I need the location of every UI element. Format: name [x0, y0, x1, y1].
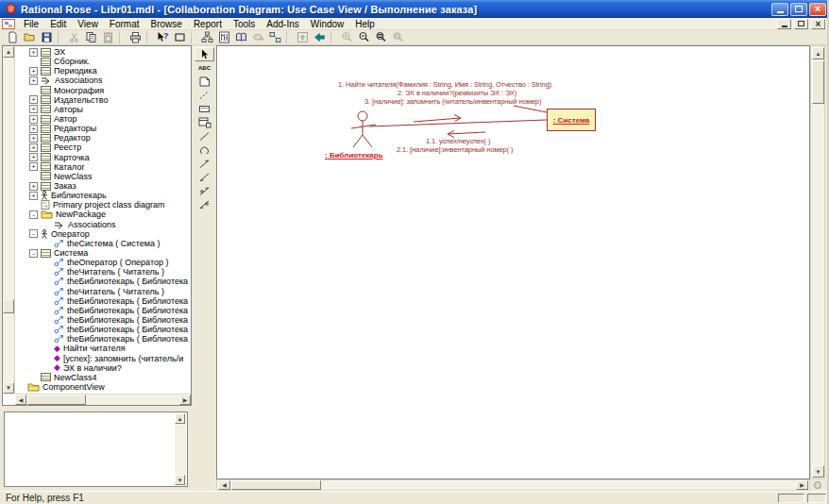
- tree-item-label[interactable]: ComponentView: [42, 382, 105, 392]
- tree-item[interactable]: theБиблиотекарь ( Библиотека: [16, 325, 190, 334]
- tree-item[interactable]: NewClass4: [16, 373, 190, 382]
- message-2-1[interactable]: 2.1. [наличие]:инвентарный номер( ): [397, 145, 513, 154]
- text-tool-button[interactable]: ABC: [195, 61, 214, 76]
- tree-item-label[interactable]: Primary project class diagram: [53, 200, 165, 210]
- new-model-button[interactable]: [4, 30, 21, 44]
- tree-item[interactable]: theБиблиотекарь ( Библиотека: [16, 334, 190, 344]
- selection-tool-button[interactable]: [195, 47, 214, 61]
- tree-item[interactable]: theЧитатель ( Читатель ): [16, 267, 190, 277]
- tree-vscroll-thumb[interactable]: [3, 299, 14, 313]
- tree-horizontal-scrollbar[interactable]: ◀ ▶: [15, 394, 191, 405]
- minimize-button[interactable]: [771, 3, 788, 16]
- tree-expander[interactable]: -: [29, 210, 38, 219]
- tree-item-label[interactable]: theОператор ( Оператор ): [67, 258, 168, 267]
- tree-item[interactable]: + Редакторы: [16, 124, 190, 133]
- tree-item[interactable]: + Заказ: [16, 181, 190, 191]
- tree-item-label[interactable]: Карточка: [54, 153, 90, 162]
- tree-item-label[interactable]: Associations: [55, 76, 103, 85]
- scroll-left-icon[interactable]: ◀: [15, 395, 26, 405]
- tree-item[interactable]: Associations: [16, 220, 190, 229]
- link-message-tool-button[interactable]: [195, 157, 214, 171]
- scroll-down-icon[interactable]: ▼: [3, 382, 14, 394]
- tree-item[interactable]: ComponentView: [16, 382, 190, 392]
- selection-rectangle-button[interactable]: [171, 30, 188, 44]
- tree-expander[interactable]: +: [29, 105, 38, 113]
- scroll-down-icon[interactable]: ▼: [175, 475, 185, 485]
- tree-item-label[interactable]: Оператор: [51, 229, 90, 239]
- scroll-up-icon[interactable]: ▲: [812, 47, 824, 59]
- link-tool-button[interactable]: [195, 129, 214, 143]
- tree-item-label[interactable]: theСистема ( Система ): [67, 239, 161, 248]
- tree-item-label[interactable]: Периодика: [54, 66, 97, 76]
- browse-interaction-diagram-button[interactable]: [215, 30, 232, 44]
- tree-expander[interactable]: +: [29, 76, 38, 85]
- tree-item-label[interactable]: theБиблиотекарь ( Библиотека: [67, 334, 188, 344]
- scroll-down-icon[interactable]: ▼: [812, 465, 824, 478]
- tree-item[interactable]: ◆ ЭХ в наличии?: [16, 363, 190, 373]
- tree-item[interactable]: + Карточка: [16, 153, 190, 162]
- tree-expander[interactable]: +: [29, 153, 38, 161]
- tree-item-label[interactable]: Библиотекарь: [51, 191, 107, 200]
- tree-item[interactable]: + ЭХ: [16, 47, 190, 57]
- browse-state-machine-button[interactable]: [249, 30, 266, 44]
- system-object-box[interactable]: : Система: [547, 109, 596, 131]
- tree-item[interactable]: - Оператор: [16, 229, 190, 239]
- menu-item[interactable]: Format: [104, 18, 145, 30]
- tree-item[interactable]: - NewPackage: [16, 210, 190, 219]
- actor-figure[interactable]: [351, 111, 376, 147]
- zoom-in-button[interactable]: [338, 30, 355, 44]
- menu-item[interactable]: Browse: [145, 18, 188, 30]
- tree-item-label[interactable]: Каталог: [54, 162, 85, 172]
- menu-item[interactable]: Help: [349, 18, 381, 30]
- object-tool-button[interactable]: [195, 102, 214, 116]
- menu-item[interactable]: File: [18, 18, 44, 30]
- tree-expander[interactable]: +: [29, 95, 38, 104]
- undo-fit-button[interactable]: [389, 30, 406, 44]
- data-token-tool-button[interactable]: [195, 184, 214, 198]
- actor-label[interactable]: : Библиотекарь: [325, 151, 383, 160]
- tree-item-label[interactable]: Заказ: [54, 181, 76, 191]
- system-object-label[interactable]: : Система: [553, 116, 590, 125]
- tree-item[interactable]: + Библиотекарь: [16, 191, 190, 200]
- tree-item[interactable]: + Реестр: [16, 143, 190, 152]
- tree-item-label[interactable]: Сборник.: [54, 57, 90, 66]
- context-help-button[interactable]: ?: [154, 30, 171, 44]
- print-button[interactable]: [127, 30, 144, 44]
- tree-item[interactable]: + Каталог: [16, 162, 190, 172]
- tree-expander[interactable]: +: [29, 192, 38, 200]
- tree-expander[interactable]: +: [29, 182, 38, 191]
- tree-item-label[interactable]: Associations: [68, 220, 116, 229]
- tree-item-label[interactable]: NewClass: [54, 172, 93, 181]
- tree-item[interactable]: + Редактор: [16, 133, 190, 143]
- tree-item-label[interactable]: Редакторы: [54, 124, 96, 133]
- scroll-up-icon[interactable]: ▲: [175, 413, 185, 424]
- tree-item-label[interactable]: theЧитатель ( Читатель ): [67, 267, 164, 277]
- tree-item-label[interactable]: theЧитатель ( Читатель ): [67, 287, 164, 296]
- tree-item[interactable]: + Associations: [16, 76, 190, 85]
- tree-item[interactable]: NewClass: [16, 172, 190, 181]
- browse-previous-diagram-button[interactable]: [311, 30, 328, 44]
- menu-item[interactable]: Edit: [44, 18, 72, 30]
- browse-parent-button[interactable]: [294, 30, 311, 44]
- message-3[interactable]: 3. [наличие]: запомнить (читатель/инвент…: [364, 97, 541, 106]
- restore-button[interactable]: [790, 3, 807, 16]
- collaboration-diagram-canvas[interactable]: 1. Найти читателя(Фамилия : String, Имя …: [216, 45, 810, 479]
- menu-item[interactable]: Window: [305, 18, 350, 30]
- browse-component-diagram-button[interactable]: [232, 30, 249, 44]
- tree-expander[interactable]: +: [29, 134, 38, 143]
- message-2[interactable]: 2. ЭХ в наличии?(реквизиты ЭХ : ЭХ): [398, 89, 516, 97]
- mdi-child-icon[interactable]: [2, 19, 15, 29]
- menu-item[interactable]: Tools: [228, 18, 261, 30]
- tree-item[interactable]: + Периодика: [16, 66, 190, 76]
- open-model-button[interactable]: [21, 30, 38, 44]
- tree-item[interactable]: theЧитатель ( Читатель ): [16, 287, 190, 296]
- mdi-minimize-button[interactable]: [777, 19, 791, 29]
- tree-item[interactable]: + Издательство: [16, 95, 190, 105]
- link-to-self-tool-button[interactable]: [195, 143, 214, 158]
- diagram-vscroll-thumb[interactable]: [812, 60, 824, 104]
- tree-item[interactable]: + Авторы: [16, 105, 190, 114]
- close-button[interactable]: ×: [809, 3, 826, 16]
- anchor-note-tool-button[interactable]: [195, 89, 214, 103]
- zoom-out-button[interactable]: [355, 30, 372, 44]
- tree-item-label[interactable]: Найти читателя: [63, 344, 126, 353]
